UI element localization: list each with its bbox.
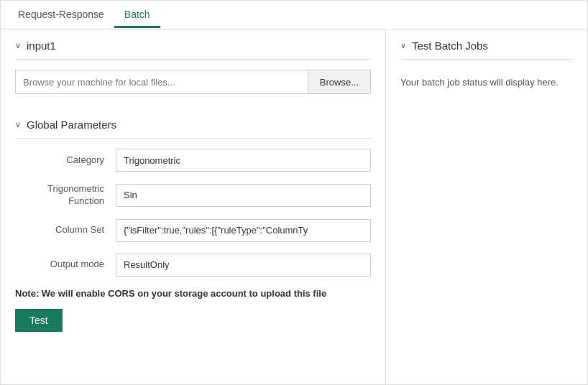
param-label-output-mode: Output mode [15, 259, 116, 271]
param-input-column-set[interactable] [116, 219, 371, 242]
batch-jobs-chevron-icon: ∨ [400, 41, 406, 50]
cors-note: Note: We will enable CORS on your storag… [15, 288, 371, 299]
right-panel: ∨ Test Batch Jobs Your batch job status … [386, 29, 587, 384]
input1-section-header: ∨ input1 [15, 29, 371, 60]
param-row-output-mode: Output mode [15, 254, 371, 277]
left-panel: ∨ input1 Browse... ∨ Global Parameters C… [1, 29, 386, 384]
param-label-trig-function: TrigonometricFunction [15, 183, 116, 208]
param-label-column-set: Column Set [15, 224, 116, 236]
param-input-category[interactable] [116, 149, 371, 172]
tab-request-response[interactable]: Request-Response [8, 3, 114, 28]
global-params-section-header: ∨ Global Parameters [15, 108, 371, 139]
test-button[interactable]: Test [15, 309, 63, 332]
param-input-output-mode[interactable] [116, 254, 371, 277]
input1-title: input1 [27, 40, 56, 52]
param-row-category: Category [15, 149, 371, 172]
global-params-chevron-icon: ∨ [15, 120, 21, 129]
main-content: ∨ input1 Browse... ∨ Global Parameters C… [1, 29, 587, 384]
tab-batch[interactable]: Batch [114, 3, 160, 28]
file-path-input[interactable] [15, 70, 308, 94]
param-row-column-set: Column Set [15, 219, 371, 242]
param-row-trig-function: TrigonometricFunction [15, 183, 371, 208]
batch-jobs-title: Test Batch Jobs [412, 40, 488, 52]
param-input-trig-function[interactable] [116, 184, 371, 207]
global-params-title: Global Parameters [27, 119, 116, 131]
batch-status-message: Your batch job status will display here. [400, 70, 573, 88]
browse-button[interactable]: Browse... [308, 70, 371, 94]
tabs-bar: Request-Response Batch [1, 1, 587, 29]
file-browse-area: Browse... [15, 70, 371, 94]
app-container: Request-Response Batch ∨ input1 Browse..… [0, 0, 588, 385]
param-label-category: Category [15, 154, 116, 167]
batch-jobs-section-header: ∨ Test Batch Jobs [400, 29, 573, 60]
input1-chevron-icon: ∨ [15, 41, 21, 50]
